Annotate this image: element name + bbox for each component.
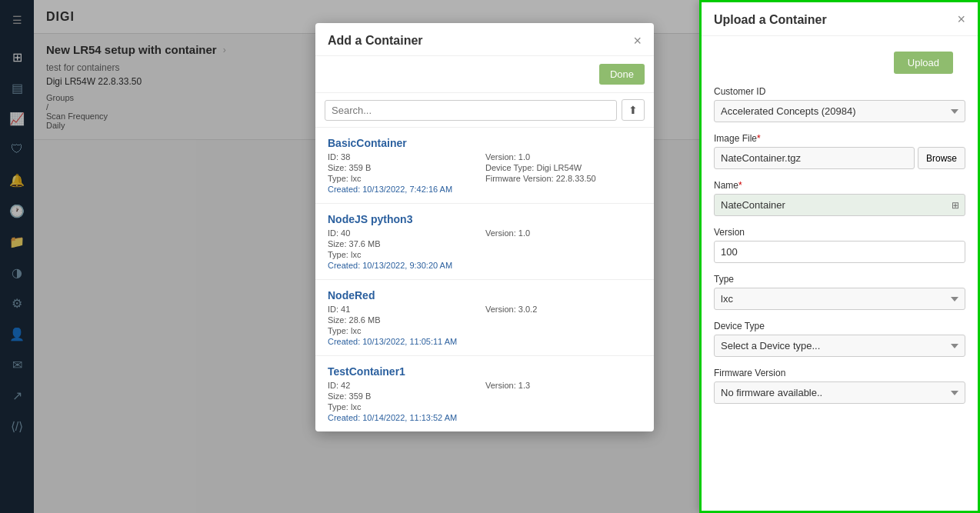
container-name[interactable]: NodeRed	[328, 289, 642, 301]
type-group: Type lxc	[714, 274, 965, 310]
search-input[interactable]	[325, 100, 617, 121]
container-name[interactable]: BasicContainer	[328, 137, 642, 149]
device-type-label: Device Type	[714, 321, 965, 331]
container-type: Type: lxc	[328, 174, 484, 183]
modal-add-close-button[interactable]: ×	[633, 34, 642, 48]
upload-icon-button[interactable]: ⬆	[622, 99, 645, 121]
container-created: Created: 10/13/2022, 9:30:20 AM	[328, 261, 484, 270]
upload-panel-header: Upload a Container ×	[702, 2, 978, 36]
container-details: ID: 41 Version: 3.0.2 Size: 28.6 MB Type…	[328, 305, 642, 346]
upload-header-row: Upload	[702, 36, 978, 74]
name-input[interactable]	[714, 194, 965, 216]
name-group: Name* ⊞	[714, 180, 965, 216]
image-file-label: Image File*	[714, 133, 965, 144]
done-button[interactable]: Done	[599, 64, 645, 85]
customer-id-select[interactable]: Accelerated Concepts (20984)	[714, 100, 965, 122]
type-select[interactable]: lxc	[714, 288, 965, 310]
container-firmware: Firmware Version: 22.8.33.50	[485, 174, 642, 183]
container-type: Type: lxc	[328, 250, 484, 259]
container-version: Version: 1.0	[485, 228, 642, 238]
name-edit-icon: ⊞	[952, 200, 959, 211]
container-type: Type: lxc	[328, 326, 484, 335]
container-device-type	[485, 315, 642, 325]
customer-id-label: Customer ID	[714, 86, 965, 97]
container-list: BasicContainer ID: 38 Version: 1.0 Size:…	[315, 128, 654, 431]
container-type: Type: lxc	[328, 402, 484, 411]
container-id: ID: 41	[328, 305, 484, 314]
container-created: Created: 10/13/2022, 7:42:16 AM	[328, 185, 484, 194]
image-file-group: Image File* Browse	[714, 133, 965, 169]
name-input-wrapper: ⊞	[714, 194, 965, 216]
container-details: ID: 40 Version: 1.0 Size: 37.6 MB Type: …	[328, 228, 642, 270]
device-type-group: Device Type Select a Device type...	[714, 321, 965, 357]
container-size: Size: 37.6 MB	[328, 239, 484, 248]
version-group: Version	[714, 227, 965, 263]
image-file-required: *	[757, 133, 761, 144]
container-item-nodered: NodeRed ID: 41 Version: 3.0.2 Size: 28.6…	[315, 280, 654, 356]
upload-container-panel: Upload a Container × Upload Customer ID …	[699, 0, 980, 513]
upload-panel-title: Upload a Container	[714, 13, 827, 27]
container-item-testcontainer1: TestContainer1 ID: 42 Version: 1.3 Size:…	[315, 356, 654, 431]
container-version: Version: 1.3	[485, 381, 642, 390]
firmware-version-label: Firmware Version	[714, 368, 965, 378]
browse-button[interactable]: Browse	[918, 147, 965, 169]
container-device-type	[485, 239, 642, 248]
device-type-select[interactable]: Select a Device type...	[714, 335, 965, 357]
container-id: ID: 38	[328, 152, 484, 162]
container-firmware	[485, 402, 642, 411]
upload-panel-body: Customer ID Accelerated Concepts (20984)…	[702, 74, 978, 511]
modal-add-title: Add a Container	[328, 34, 423, 48]
firmware-version-group: Firmware Version No firmware available..	[714, 368, 965, 404]
modal-add-header: Add a Container ×	[315, 23, 654, 56]
container-device-type	[485, 391, 642, 401]
container-item-nodejs: NodeJS python3 ID: 40 Version: 1.0 Size:…	[315, 204, 654, 280]
upload-button[interactable]: Upload	[894, 52, 953, 74]
modal-add-toolbar: Done	[315, 56, 654, 93]
upload-panel-close-button[interactable]: ×	[957, 12, 965, 28]
version-input[interactable]	[714, 241, 965, 263]
container-version: Version: 1.0	[485, 152, 642, 162]
image-file-input[interactable]	[714, 147, 915, 169]
name-required: *	[738, 180, 742, 191]
firmware-version-select[interactable]: No firmware available..	[714, 381, 965, 404]
name-label: Name*	[714, 180, 965, 191]
add-container-modal: Add a Container × Done ⬆ BasicContainer …	[315, 23, 654, 431]
container-size: Size: 28.6 MB	[328, 315, 484, 325]
version-label: Version	[714, 227, 965, 238]
container-created: Created: 10/14/2022, 11:13:52 AM	[328, 413, 484, 422]
container-name[interactable]: TestContainer1	[328, 365, 642, 378]
customer-id-group: Customer ID Accelerated Concepts (20984)	[714, 86, 965, 122]
container-details: ID: 38 Version: 1.0 Size: 359 B Device T…	[328, 152, 642, 194]
container-id: ID: 42	[328, 381, 484, 390]
container-firmware	[485, 326, 642, 335]
container-firmware	[485, 250, 642, 259]
container-size: Size: 359 B	[328, 163, 484, 172]
type-label: Type	[714, 274, 965, 285]
container-item-basiccontainer: BasicContainer ID: 38 Version: 1.0 Size:…	[315, 128, 654, 204]
container-version: Version: 3.0.2	[485, 305, 642, 314]
search-row: ⬆	[315, 93, 654, 128]
container-created: Created: 10/13/2022, 11:05:11 AM	[328, 337, 484, 346]
image-file-input-row: Browse	[714, 147, 965, 169]
container-device-type: Device Type: Digi LR54W	[485, 163, 642, 172]
container-size: Size: 359 B	[328, 391, 484, 401]
container-details: ID: 42 Version: 1.3 Size: 359 B Type: lx…	[328, 381, 642, 422]
container-name[interactable]: NodeJS python3	[328, 213, 642, 225]
container-id: ID: 40	[328, 228, 484, 238]
